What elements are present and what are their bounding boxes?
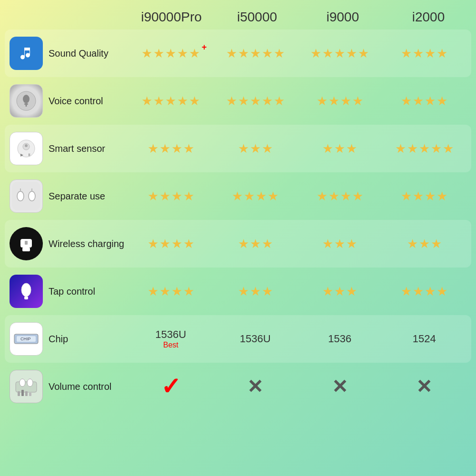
star: ★ [334, 141, 345, 156]
music-icon [10, 37, 43, 70]
cell-smart-sensor-0: ★★★★ [129, 141, 213, 156]
star-rating: ★★★★ [148, 141, 194, 156]
svg-text:CHIP: CHIP [20, 337, 31, 341]
row-label-sound-quality: Sound Quality [49, 48, 109, 59]
tap-icon [10, 275, 43, 308]
star: ★ [141, 46, 152, 61]
svg-rect-16 [25, 241, 28, 245]
star-rating: ★★★ [322, 284, 357, 299]
star: ★ [334, 237, 345, 251]
star: ★ [352, 94, 363, 109]
star-rating: ★★★ [238, 141, 273, 156]
star: ★ [250, 141, 261, 156]
star-rating: ★★★★★ [226, 94, 285, 109]
star: ★ [171, 237, 182, 251]
star: ★ [413, 94, 424, 109]
cell-wireless-charging-3: ★★★ [382, 237, 467, 251]
star: ★ [165, 94, 176, 109]
star: ★ [436, 284, 447, 299]
star-rating: ★★★★★ [141, 94, 200, 109]
cell-chip-2: 1536 [298, 333, 382, 345]
star: ★ [238, 94, 249, 109]
col-header-4: i2000 [386, 10, 471, 25]
row-label-tap-control: Tap control [49, 286, 95, 297]
row-tap-control: Tap control ★★★★★★★★★★★★★★ [5, 268, 471, 315]
crossmark: ✕ [247, 376, 263, 397]
star: ★ [268, 189, 278, 204]
star: ★ [425, 46, 436, 61]
svg-rect-18 [24, 297, 28, 299]
star: ★ [322, 141, 333, 156]
star: ★ [244, 189, 255, 204]
star-rating: ★★★ [238, 237, 273, 251]
row-chip: CHIP Chip 1536U Best 1536U 1536 1524 [5, 315, 471, 363]
star: ★ [413, 46, 424, 61]
star: ★ [401, 94, 412, 109]
chip-icon: CHIP [10, 322, 43, 356]
cell-sound-quality-3: ★★★★ [382, 46, 467, 61]
cell-separate-use-3: ★★★★ [382, 189, 467, 204]
star-rating: ★★★★ [148, 189, 194, 204]
star: ★ [322, 46, 333, 61]
chip-value: 1536U Best [155, 328, 186, 349]
star: ★ [407, 237, 418, 251]
voice-icon [10, 84, 43, 118]
star: ★ [346, 46, 357, 61]
star: ★ [328, 94, 339, 109]
star: ★ [238, 46, 249, 61]
star: ★ [262, 46, 273, 61]
cell-tap-control-2: ★★★ [298, 284, 382, 299]
row-label-chip: Chip [49, 334, 68, 345]
star: ★ [401, 189, 412, 204]
cell-volume-control-0: ✓ [129, 373, 213, 400]
star-rating: ★★★★ [401, 94, 447, 109]
star: ★ [431, 237, 442, 251]
star: ★ [171, 141, 182, 156]
star: ★ [189, 94, 200, 109]
crossmark: ✕ [332, 376, 348, 397]
cell-voice-control-2: ★★★★ [298, 94, 382, 109]
row-volume-control: Volume control ✓✕✕✕ [5, 363, 471, 410]
star: ★ [413, 189, 424, 204]
star: ★ [322, 284, 333, 299]
cell-smart-sensor-3: ★★★★★ [382, 141, 467, 156]
row-label-smart-sensor: Smart sensor [49, 143, 105, 154]
header-row: i90000Pro i50000 i9000 i2000 [5, 10, 471, 25]
cell-chip-0: 1536U Best [129, 328, 213, 349]
star: ★ [340, 94, 351, 109]
volume-icon [10, 370, 43, 403]
star: ★ [436, 46, 447, 61]
star-rating: ★★★★★+ [141, 46, 200, 61]
cell-tap-control-0: ★★★★ [129, 284, 213, 299]
star: ★ [153, 94, 164, 109]
star: ★ [141, 94, 152, 109]
star: ★ [262, 141, 273, 156]
row-icon-label-separate-use: Separate use [10, 179, 129, 213]
star: ★ [352, 189, 363, 204]
cell-voice-control-3: ★★★★ [382, 94, 467, 109]
star-rating: ★★★★ [232, 189, 278, 204]
svg-rect-22 [16, 382, 37, 392]
star-rating: ★★★★★ [226, 46, 285, 61]
cell-volume-control-1: ✕ [213, 376, 298, 397]
cell-wireless-charging-0: ★★★★ [129, 237, 213, 251]
star-rating: ★★★ [322, 141, 357, 156]
cell-chip-3: 1524 [382, 333, 467, 345]
star: ★ [177, 46, 188, 61]
star: ★ [148, 141, 159, 156]
star: ★ [334, 284, 345, 299]
star: ★ [177, 94, 188, 109]
star: ★ [183, 237, 194, 251]
star: ★ [238, 237, 249, 251]
star: ★ [183, 141, 194, 156]
svg-point-17 [21, 283, 31, 297]
cell-separate-use-2: ★★★★ [298, 189, 382, 204]
chip-value: 1524 [413, 333, 436, 345]
col-header-3: i9000 [300, 10, 386, 25]
star: ★ [262, 284, 273, 299]
star: ★ [232, 189, 243, 204]
row-sound-quality: Sound Quality ★★★★★+★★★★★★★★★★★★★★ [5, 30, 471, 77]
svg-point-1 [23, 95, 30, 103]
svg-point-12 [29, 191, 35, 201]
star: ★ [346, 237, 357, 251]
